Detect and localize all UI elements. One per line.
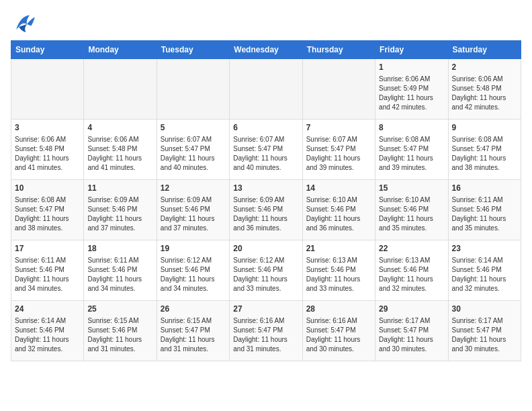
day-info: Sunrise: 6:07 AM Sunset: 5:47 PM Dayligh… [233,135,298,173]
week-row-4: 17Sunrise: 6:11 AM Sunset: 5:46 PM Dayli… [11,240,521,301]
day-info: Sunrise: 6:07 AM Sunset: 5:47 PM Dayligh… [306,135,371,173]
day-info: Sunrise: 6:09 AM Sunset: 5:46 PM Dayligh… [87,195,152,233]
day-number: 2 [452,62,517,73]
day-cell: 24Sunrise: 6:14 AM Sunset: 5:46 PM Dayli… [11,301,84,361]
day-cell: 13Sunrise: 6:09 AM Sunset: 5:46 PM Dayli… [230,180,302,240]
day-number: 21 [306,243,371,255]
day-info: Sunrise: 6:15 AM Sunset: 5:46 PM Dayligh… [87,316,152,354]
day-info: Sunrise: 6:10 AM Sunset: 5:46 PM Dayligh… [306,195,371,233]
day-info: Sunrise: 6:12 AM Sunset: 5:46 PM Dayligh… [161,256,226,293]
day-info: Sunrise: 6:06 AM Sunset: 5:48 PM Dayligh… [87,135,152,173]
day-info: Sunrise: 6:07 AM Sunset: 5:47 PM Dayligh… [161,135,226,173]
page-header [11,11,521,35]
day-cell: 5Sunrise: 6:07 AM Sunset: 5:47 PM Daylig… [157,120,229,180]
day-number: 3 [15,122,80,134]
day-info: Sunrise: 6:08 AM Sunset: 5:47 PM Dayligh… [379,135,444,173]
header-cell-tuesday: Tuesday [157,41,229,59]
calendar-body: 1Sunrise: 6:06 AM Sunset: 5:49 PM Daylig… [11,59,521,361]
day-info: Sunrise: 6:15 AM Sunset: 5:47 PM Dayligh… [161,316,226,354]
day-cell [230,59,302,120]
day-info: Sunrise: 6:14 AM Sunset: 5:46 PM Dayligh… [452,256,517,293]
day-number: 6 [233,122,298,134]
day-number: 7 [306,122,371,134]
header-cell-thursday: Thursday [302,41,375,59]
day-cell: 12Sunrise: 6:09 AM Sunset: 5:46 PM Dayli… [157,180,229,240]
day-number: 23 [452,243,517,255]
day-cell: 19Sunrise: 6:12 AM Sunset: 5:46 PM Dayli… [157,240,229,301]
day-number: 8 [379,122,444,134]
day-cell: 16Sunrise: 6:11 AM Sunset: 5:46 PM Dayli… [448,180,521,240]
day-cell: 26Sunrise: 6:15 AM Sunset: 5:47 PM Dayli… [157,301,229,361]
day-number: 17 [15,243,80,255]
day-cell: 17Sunrise: 6:11 AM Sunset: 5:46 PM Dayli… [11,240,84,301]
day-cell: 14Sunrise: 6:10 AM Sunset: 5:46 PM Dayli… [302,180,375,240]
day-info: Sunrise: 6:12 AM Sunset: 5:46 PM Dayligh… [233,256,298,293]
header-cell-friday: Friday [375,41,448,59]
day-cell: 25Sunrise: 6:15 AM Sunset: 5:46 PM Dayli… [84,301,157,361]
header-row: SundayMondayTuesdayWednesdayThursdayFrid… [11,41,521,59]
day-number: 19 [161,243,226,255]
day-cell [84,59,157,120]
calendar-header: SundayMondayTuesdayWednesdayThursdayFrid… [11,41,521,59]
day-cell: 15Sunrise: 6:10 AM Sunset: 5:46 PM Dayli… [375,180,448,240]
day-cell: 3Sunrise: 6:06 AM Sunset: 5:48 PM Daylig… [11,120,84,180]
day-number: 25 [87,304,152,315]
day-info: Sunrise: 6:09 AM Sunset: 5:46 PM Dayligh… [161,195,226,233]
day-info: Sunrise: 6:17 AM Sunset: 5:47 PM Dayligh… [452,316,517,354]
day-number: 5 [161,122,226,134]
day-number: 12 [161,183,226,194]
day-info: Sunrise: 6:13 AM Sunset: 5:46 PM Dayligh… [379,256,444,293]
day-number: 24 [15,304,80,315]
header-cell-sunday: Sunday [11,41,84,59]
logo [11,11,42,35]
day-number: 28 [306,304,371,315]
day-number: 11 [87,183,152,194]
day-info: Sunrise: 6:10 AM Sunset: 5:46 PM Dayligh… [379,195,444,233]
day-number: 30 [452,304,517,315]
day-cell: 1Sunrise: 6:06 AM Sunset: 5:49 PM Daylig… [375,59,448,120]
week-row-5: 24Sunrise: 6:14 AM Sunset: 5:46 PM Dayli… [11,301,521,361]
day-info: Sunrise: 6:16 AM Sunset: 5:47 PM Dayligh… [233,316,298,354]
day-cell: 29Sunrise: 6:17 AM Sunset: 5:47 PM Dayli… [375,301,448,361]
day-cell: 28Sunrise: 6:16 AM Sunset: 5:47 PM Dayli… [302,301,375,361]
day-number: 16 [452,183,517,194]
logo-icon [11,11,38,35]
day-cell: 6Sunrise: 6:07 AM Sunset: 5:47 PM Daylig… [230,120,302,180]
day-info: Sunrise: 6:09 AM Sunset: 5:46 PM Dayligh… [233,195,298,233]
day-cell [157,59,229,120]
day-info: Sunrise: 6:14 AM Sunset: 5:46 PM Dayligh… [15,316,80,354]
day-number: 29 [379,304,444,315]
day-number: 15 [379,183,444,194]
day-info: Sunrise: 6:08 AM Sunset: 5:47 PM Dayligh… [15,195,80,233]
week-row-2: 3Sunrise: 6:06 AM Sunset: 5:48 PM Daylig… [11,120,521,180]
day-info: Sunrise: 6:11 AM Sunset: 5:46 PM Dayligh… [15,256,80,293]
day-cell: 7Sunrise: 6:07 AM Sunset: 5:47 PM Daylig… [302,120,375,180]
day-info: Sunrise: 6:06 AM Sunset: 5:48 PM Dayligh… [452,75,517,112]
day-number: 1 [379,62,444,73]
day-cell [11,59,84,120]
day-cell: 23Sunrise: 6:14 AM Sunset: 5:46 PM Dayli… [448,240,521,301]
day-info: Sunrise: 6:11 AM Sunset: 5:46 PM Dayligh… [452,195,517,233]
day-cell: 30Sunrise: 6:17 AM Sunset: 5:47 PM Dayli… [448,301,521,361]
day-info: Sunrise: 6:11 AM Sunset: 5:46 PM Dayligh… [87,256,152,293]
day-cell: 20Sunrise: 6:12 AM Sunset: 5:46 PM Dayli… [230,240,302,301]
day-number: 22 [379,243,444,255]
day-number: 4 [87,122,152,134]
day-cell: 4Sunrise: 6:06 AM Sunset: 5:48 PM Daylig… [84,120,157,180]
day-number: 18 [87,243,152,255]
header-cell-saturday: Saturday [448,41,521,59]
day-info: Sunrise: 6:16 AM Sunset: 5:47 PM Dayligh… [306,316,371,354]
day-cell [302,59,375,120]
day-number: 10 [15,183,80,194]
day-number: 9 [452,122,517,134]
day-info: Sunrise: 6:06 AM Sunset: 5:48 PM Dayligh… [15,135,80,173]
day-number: 26 [161,304,226,315]
day-info: Sunrise: 6:08 AM Sunset: 5:47 PM Dayligh… [452,135,517,173]
calendar-table: SundayMondayTuesdayWednesdayThursdayFrid… [11,40,521,361]
header-cell-monday: Monday [84,41,157,59]
day-info: Sunrise: 6:13 AM Sunset: 5:46 PM Dayligh… [306,256,371,293]
day-number: 27 [233,304,298,315]
day-cell: 21Sunrise: 6:13 AM Sunset: 5:46 PM Dayli… [302,240,375,301]
day-cell: 8Sunrise: 6:08 AM Sunset: 5:47 PM Daylig… [375,120,448,180]
day-number: 14 [306,183,371,194]
